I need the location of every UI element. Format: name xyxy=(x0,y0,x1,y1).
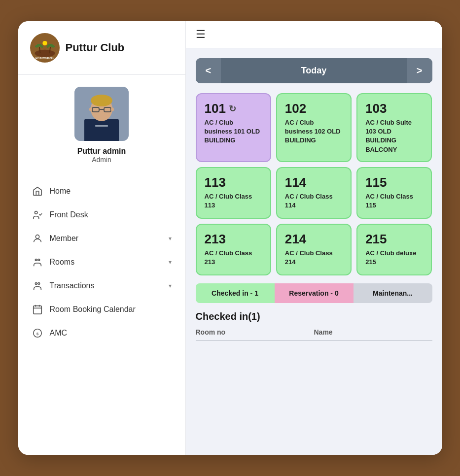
room-card-114[interactable]: 114 AC / Club Class 114 xyxy=(276,167,352,219)
app-logo: HC PUTTUR CLU xyxy=(30,33,60,63)
svg-point-27 xyxy=(37,283,39,285)
chevron-down-icon: ▾ xyxy=(169,235,172,242)
calendar-icon xyxy=(32,304,43,315)
room-name-115: AC / Club Class 115 xyxy=(365,192,423,210)
room-card-101[interactable]: 101 ↻ AC / Club business 101 OLD BUILDIN… xyxy=(196,93,271,162)
room-name-214: AC / Club Class 214 xyxy=(285,249,343,267)
current-date-label: Today xyxy=(221,59,407,83)
room-name-103: AC / Club Suite 103 OLD BUILDING BALCONY xyxy=(365,118,423,154)
col-room-no: Room no xyxy=(196,328,314,336)
sidebar-label-amc: AMC xyxy=(50,329,68,338)
room-number-113: 113 xyxy=(205,175,226,190)
room-card-213[interactable]: 213 AC / Club Class 213 xyxy=(196,224,271,275)
user-section: Puttur admin Admin xyxy=(18,87,185,175)
sidebar-item-home[interactable]: Home xyxy=(18,179,185,203)
svg-rect-28 xyxy=(33,306,41,314)
menu-toggle-button[interactable]: ☰ xyxy=(196,28,206,41)
room-card-115[interactable]: 115 AC / Club Class 115 xyxy=(356,167,432,219)
tab-maintenance[interactable]: Maintenan... xyxy=(354,283,432,303)
room-number-115: 115 xyxy=(365,175,387,190)
sidebar: HC PUTTUR CLU Puttur Club xyxy=(18,21,186,455)
sidebar-label-front-desk: Front Desk xyxy=(50,210,88,219)
room-card-102[interactable]: 102 AC / Club business 102 OLD BUILDING xyxy=(276,93,352,162)
room-number-114: 114 xyxy=(285,175,306,190)
svg-point-2 xyxy=(42,41,47,45)
room-number-103: 103 xyxy=(365,101,387,116)
svg-text:HC PUTTUR CLU: HC PUTTUR CLU xyxy=(35,57,54,60)
sidebar-item-member[interactable]: Member ▾ xyxy=(18,227,185,250)
sidebar-item-transactions[interactable]: Transactions ▾ xyxy=(18,274,185,298)
svg-rect-21 xyxy=(95,125,108,127)
user-name: Puttur admin xyxy=(77,147,126,156)
home-icon xyxy=(32,186,43,197)
amc-icon: $ xyxy=(32,328,43,339)
svg-point-1 xyxy=(35,50,55,57)
room-card-103[interactable]: 103 AC / Club Suite 103 OLD BUILDING BAL… xyxy=(356,93,432,162)
room-name-113: AC / Club Class 113 xyxy=(205,192,262,210)
tab-checked-in[interactable]: Checked in - 1 xyxy=(196,283,275,303)
front-desk-icon xyxy=(32,209,43,220)
svg-point-22 xyxy=(35,211,37,214)
sidebar-label-member: Member xyxy=(50,234,79,243)
room-name-101: AC / Club business 101 OLD BUILDING xyxy=(205,118,262,145)
room-name-215: AC / Club deluxe 215 xyxy=(365,249,423,267)
checked-in-title: Checked in(1) xyxy=(196,311,432,322)
svg-text:$: $ xyxy=(36,332,38,336)
status-tabs: Checked in - 1 Reservation - 0 Maintenan… xyxy=(196,283,432,303)
sidebar-label-room-booking: Room Booking Calendar xyxy=(50,305,136,314)
date-navigation: < Today > xyxy=(196,58,432,83)
content-area: < Today > 101 ↻ AC / Club business 101 O… xyxy=(186,48,442,455)
avatar xyxy=(74,87,129,141)
nav-section: Home Front Desk xyxy=(18,175,185,455)
refresh-icon-101: ↻ xyxy=(229,103,236,114)
room-name-213: AC / Club Class 213 xyxy=(205,249,262,267)
divider-1 xyxy=(18,74,185,75)
next-date-button[interactable]: > xyxy=(407,58,432,83)
tab-reservation[interactable]: Reservation - 0 xyxy=(275,283,354,303)
room-card-113[interactable]: 113 AC / Club Class 113 xyxy=(196,167,271,219)
room-name-102: AC / Club business 102 OLD BUILDING xyxy=(285,118,343,145)
svg-point-24 xyxy=(35,259,37,261)
room-name-114: AC / Club Class 114 xyxy=(285,192,343,210)
sidebar-label-transactions: Transactions xyxy=(50,281,95,290)
room-number-213: 213 xyxy=(205,232,226,247)
svg-point-23 xyxy=(35,235,39,238)
sidebar-item-amc[interactable]: $ AMC xyxy=(18,321,185,345)
sidebar-label-home: Home xyxy=(50,187,71,196)
room-number-215: 215 xyxy=(365,232,387,247)
room-card-215[interactable]: 215 AC / Club deluxe 215 xyxy=(356,224,432,275)
svg-point-25 xyxy=(37,259,39,261)
table-header: Room no Name xyxy=(196,328,432,341)
room-card-214[interactable]: 214 AC / Club Class 214 xyxy=(276,224,352,275)
checked-in-section: Checked in(1) Room no Name xyxy=(196,311,432,341)
transactions-icon xyxy=(32,280,43,291)
user-role: Admin xyxy=(92,156,111,164)
rooms-icon xyxy=(32,257,43,268)
app-title: Puttur Club xyxy=(66,41,125,54)
sidebar-item-front-desk[interactable]: Front Desk xyxy=(18,203,185,227)
svg-point-20 xyxy=(111,107,114,111)
prev-date-button[interactable]: < xyxy=(196,58,221,83)
room-number-214: 214 xyxy=(285,232,306,247)
sidebar-label-rooms: Rooms xyxy=(50,258,75,267)
sidebar-item-rooms[interactable]: Rooms ▾ xyxy=(18,250,185,274)
room-number-102: 102 xyxy=(285,101,306,116)
member-icon xyxy=(32,233,43,244)
svg-point-19 xyxy=(89,107,92,111)
svg-point-26 xyxy=(35,283,37,285)
chevron-down-icon-3: ▾ xyxy=(169,282,172,289)
topbar: ☰ xyxy=(186,21,442,48)
chevron-down-icon-2: ▾ xyxy=(169,259,172,266)
svg-point-15 xyxy=(91,95,112,106)
sidebar-header: HC PUTTUR CLU Puttur Club xyxy=(18,33,185,74)
main-content: ☰ < Today > 101 ↻ AC xyxy=(186,21,442,455)
room-number-101: 101 xyxy=(205,101,226,116)
rooms-grid: 101 ↻ AC / Club business 101 OLD BUILDIN… xyxy=(196,93,432,275)
svg-rect-13 xyxy=(84,119,119,141)
sidebar-item-room-booking[interactable]: Room Booking Calendar xyxy=(18,298,185,321)
col-name: Name xyxy=(314,328,432,336)
